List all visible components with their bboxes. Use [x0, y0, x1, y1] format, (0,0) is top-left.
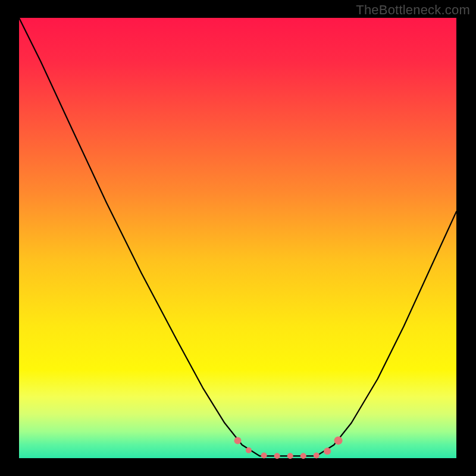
chart-gradient-background [19, 18, 456, 458]
marker-dot [246, 447, 252, 453]
watermark-label: TheBottleneck.com [356, 2, 470, 18]
marker-dot [300, 453, 306, 459]
marker-dot [334, 436, 343, 444]
marker-dot [287, 453, 293, 459]
marker-dot [324, 447, 331, 455]
marker-dot [274, 453, 280, 459]
marker-dot [314, 453, 320, 459]
marker-dot [234, 437, 242, 444]
chart-container [0, 0, 476, 476]
bottleneck-chart [0, 0, 476, 476]
marker-dot [261, 453, 267, 459]
